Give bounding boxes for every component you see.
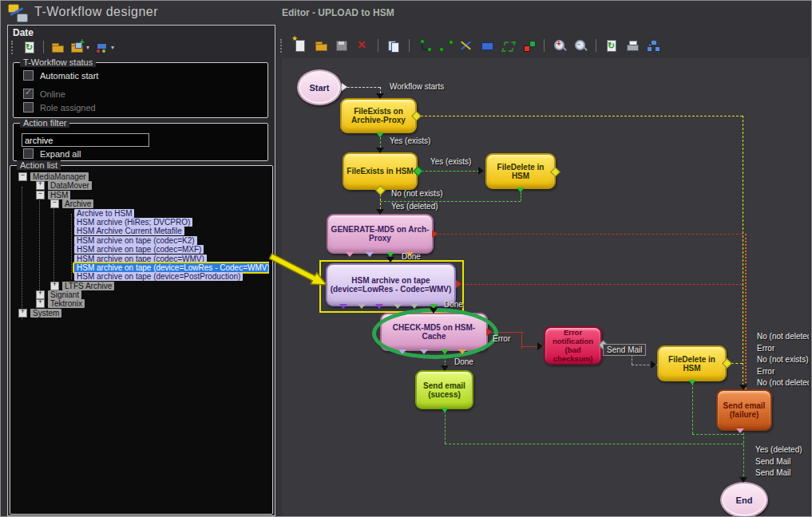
- tree-item-hsm-archive-lowres-selected[interactable]: HSM archive on tape (device=LowRes - Cod…: [15, 263, 269, 272]
- edge-label-end-in-2: Send Mail: [755, 457, 790, 466]
- edge-label-done-1: Done: [402, 252, 421, 261]
- collapse-icon[interactable]: [36, 191, 45, 199]
- editor-title: Editor - UPLOAD to HSM: [282, 7, 394, 18]
- tree-item-hsm-archive-wmv[interactable]: HSM archive on tape (codec=WMV): [15, 255, 269, 263]
- fit-page-icon[interactable]: ↻: [604, 38, 619, 53]
- edge-yes-deleted-end: [692, 383, 693, 434]
- action-filter-input[interactable]: [22, 133, 149, 147]
- port-pink: [736, 428, 744, 433]
- entry-arrow: [376, 148, 384, 153]
- open-workflow-icon[interactable]: [314, 38, 328, 53]
- left-panel: Date ↻ + ▾ ▾ T-Workflow status Automatic…: [7, 25, 275, 516]
- save-icon[interactable]: [335, 38, 349, 53]
- workflow-status-group-label: T-Workflow status: [20, 57, 96, 67]
- status-legend-icon[interactable]: [94, 40, 109, 54]
- highlight-ellipse: [372, 308, 498, 359]
- edge-to-failure: [743, 116, 743, 389]
- tree-item-ltfs-archive[interactable]: LTFS Archive: [15, 282, 269, 290]
- new-workflow-icon[interactable]: ★: [293, 38, 307, 53]
- expand-icon[interactable]: [50, 282, 59, 290]
- tree-item-mediamanager[interactable]: MediaManager: [15, 172, 269, 181]
- automatic-start-label: Automatic start: [40, 71, 98, 81]
- tree-item-archive[interactable]: Archive: [15, 199, 269, 208]
- toolbar-separator: [544, 39, 545, 52]
- collapse-icon[interactable]: [50, 199, 59, 208]
- node-tool-icon[interactable]: [521, 38, 536, 53]
- refresh-document-icon[interactable]: ↻: [22, 40, 37, 54]
- l-connector-icon[interactable]: [418, 38, 432, 53]
- zoom-out-icon[interactable]: -: [573, 38, 588, 53]
- expand-icon[interactable]: [36, 299, 45, 308]
- tree-item-datamover[interactable]: DataMover: [15, 181, 269, 190]
- delete-icon[interactable]: ✕: [355, 38, 370, 53]
- node-start[interactable]: Start: [297, 69, 342, 105]
- edge-send-mail-failure-end: [743, 432, 744, 480]
- tree-item-tektronix[interactable]: Tektronix: [15, 299, 269, 308]
- tree-item-hsm-archive-mxf[interactable]: HSM archive on tape (codec=MXF): [15, 245, 269, 254]
- edge-error-vertical: [745, 234, 747, 389]
- entry-arrow: [441, 365, 449, 371]
- left-panel-header: Date: [13, 27, 34, 38]
- node-file-delete-hsm-2[interactable]: FileDelete in HSM: [657, 345, 727, 381]
- workflow-canvas[interactable]: Start FileExists on Archive-Proxy FileEx…: [282, 58, 809, 516]
- entry-arrow: [478, 167, 484, 175]
- collapse-icon[interactable]: [18, 172, 27, 181]
- edge-send-mail-success-end: [445, 411, 446, 444]
- port-start-out: [342, 83, 347, 91]
- zoom-in-icon[interactable]: +: [553, 38, 567, 53]
- folder-export-icon[interactable]: +: [69, 40, 84, 54]
- hierarchy-icon[interactable]: [646, 38, 660, 53]
- port-red: [456, 280, 461, 288]
- port-lavender: [420, 349, 428, 354]
- copy-icon[interactable]: [386, 38, 401, 53]
- action-list-group-label: Action list: [17, 160, 61, 170]
- entry-arrow: [376, 209, 384, 215]
- toolbar-grip[interactable]: [11, 41, 15, 54]
- edge-no-not-exists-ap: [417, 116, 743, 116]
- line-connector-icon[interactable]: [438, 38, 453, 53]
- tree-item-hsm-archive-k2[interactable]: HSM archive on tape (codec=K2): [15, 236, 269, 245]
- edge-send-mail-success-end: [445, 444, 743, 444]
- tree-item-hsm-archive-hires[interactable]: HSM archive (HiRes; DVCPRO): [15, 218, 269, 227]
- expand-icon[interactable]: [18, 309, 27, 318]
- port-red: [432, 230, 438, 238]
- port-lavender: [398, 349, 406, 354]
- expand-all-label: Expand all: [40, 149, 81, 159]
- node-send-email-success[interactable]: Send email (sucess): [415, 370, 473, 409]
- toolbar-grip[interactable]: [280, 39, 284, 53]
- polygon-tool-icon[interactable]: [501, 38, 515, 53]
- node-hsm-archive-tape[interactable]: HSM archive on tape (device=LowRes - Cod…: [326, 263, 456, 306]
- editor-toolbar: ★ ✕ + - ↻: [280, 36, 660, 55]
- dropdown-caret-icon[interactable]: ▾: [111, 44, 114, 51]
- cross-connector-icon[interactable]: [459, 38, 473, 53]
- node-end[interactable]: End: [720, 482, 768, 516]
- label-tool-icon[interactable]: [480, 38, 494, 53]
- edge-label-fail-in-1: No (not deleted): [757, 332, 809, 341]
- online-checkbox[interactable]: [23, 89, 34, 99]
- automatic-start-checkbox[interactable]: [23, 70, 34, 81]
- node-file-exists-archive-proxy[interactable]: FileExists on Archive-Proxy: [340, 98, 417, 133]
- port-orange: [458, 349, 466, 354]
- tree-item-system[interactable]: System: [15, 309, 269, 318]
- edge-label-fail-in-2: Error: [757, 344, 774, 353]
- tree-item-signiant[interactable]: Signiant: [15, 290, 269, 299]
- edge-label-end-in-3: Send Mail: [755, 468, 790, 477]
- role-assigned-checkbox[interactable]: [23, 102, 34, 112]
- node-file-delete-hsm-1[interactable]: FileDelete in HSM: [485, 153, 556, 189]
- print-icon[interactable]: [625, 38, 640, 53]
- dropdown-caret-icon[interactable]: ▾: [86, 44, 89, 51]
- node-error-notification[interactable]: Error notification (bad checksum): [544, 326, 602, 365]
- edge-label-done-2: Done: [444, 300, 463, 309]
- node-generate-md5[interactable]: GENERATE-MD5 on Arch-Proxy: [327, 214, 434, 254]
- port-grey: [358, 304, 366, 309]
- tree-item-archive-to-hsm[interactable]: Archive to HSM: [15, 209, 269, 218]
- port-green: [441, 349, 449, 354]
- app-icon: [7, 3, 28, 22]
- toolbar-separator: [596, 39, 596, 52]
- port-grey: [394, 304, 402, 309]
- entry-arrow: [376, 93, 384, 99]
- tree-item-hsm-archive-metafile[interactable]: HSM Archive Current Metafile: [15, 227, 269, 235]
- expand-all-checkbox[interactable]: [23, 148, 34, 159]
- node-send-email-failure[interactable]: Send email (failure): [716, 389, 772, 431]
- open-folder-icon[interactable]: [50, 40, 65, 54]
